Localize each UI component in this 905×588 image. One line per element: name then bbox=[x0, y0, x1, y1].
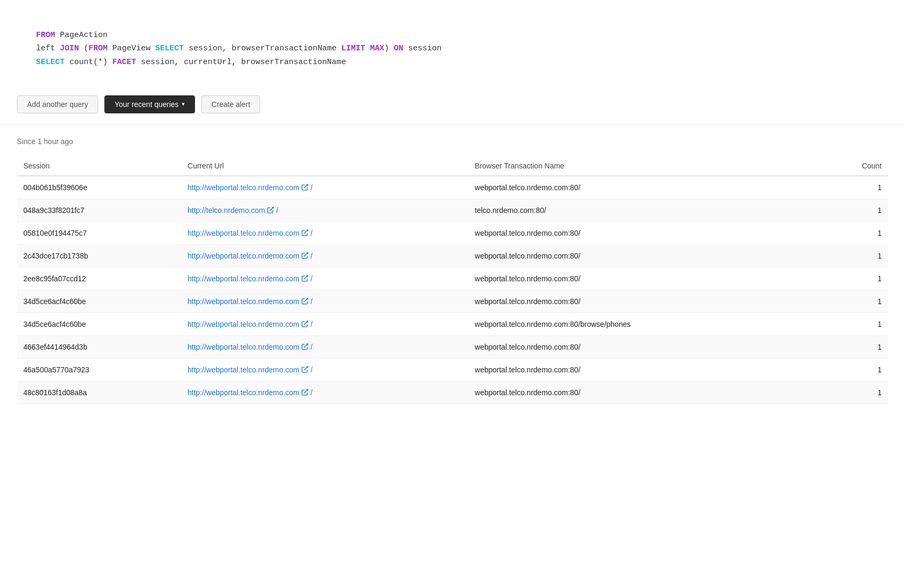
cell-session: 004b061b5f39606e bbox=[17, 176, 181, 199]
table-header: Session Current Url Browser Transaction … bbox=[17, 156, 888, 176]
url-link[interactable]: http://webportal.telco.nrdemo.com / bbox=[188, 183, 462, 192]
create-alert-button[interactable]: Create alert bbox=[201, 95, 260, 113]
cell-session: 2c43dce17cb1738b bbox=[17, 244, 181, 267]
cell-count: 1 bbox=[820, 244, 888, 267]
add-query-label: Add another query bbox=[27, 100, 88, 109]
col-transaction: Browser Transaction Name bbox=[468, 156, 820, 176]
url-link[interactable]: http://webportal.telco.nrdemo.com / bbox=[188, 229, 462, 237]
cell-url: http://webportal.telco.nrdemo.com / bbox=[181, 381, 468, 404]
kw-select-1: SELECT bbox=[36, 58, 65, 67]
cell-transaction: webportal.telco.nrdemo.com:80/ bbox=[468, 381, 820, 404]
cell-session: 05810e0f194475c7 bbox=[17, 221, 181, 244]
cell-url: http://webportal.telco.nrdemo.com / bbox=[181, 221, 468, 244]
cell-count: 1 bbox=[820, 199, 888, 221]
cell-transaction: webportal.telco.nrdemo.com:80/ bbox=[468, 221, 820, 244]
results-section: Since 1 hour ago Session Current Url Bro… bbox=[0, 124, 905, 421]
external-link-icon bbox=[301, 366, 308, 373]
cell-count: 1 bbox=[820, 267, 888, 290]
cell-transaction: webportal.telco.nrdemo.com:80/ bbox=[468, 267, 820, 290]
cell-count: 1 bbox=[820, 313, 888, 335]
url-link[interactable]: http://webportal.telco.nrdemo.com / bbox=[188, 252, 462, 260]
kw-limit: LIMIT bbox=[341, 44, 365, 53]
cell-session: 048a9c33f8201fc7 bbox=[17, 199, 181, 221]
cell-url: http://webportal.telco.nrdemo.com / bbox=[181, 313, 468, 335]
col-url: Current Url bbox=[181, 156, 468, 176]
query-line2-session: session bbox=[403, 44, 441, 53]
external-link-icon bbox=[301, 184, 308, 191]
kw-select-2: SELECT bbox=[155, 44, 184, 53]
url-link[interactable]: http://telco.nrdemo.com / bbox=[188, 206, 462, 215]
cell-url: http://webportal.telco.nrdemo.com / bbox=[181, 244, 468, 267]
url-link[interactable]: http://webportal.telco.nrdemo.com / bbox=[188, 343, 462, 351]
url-link[interactable]: http://webportal.telco.nrdemo.com / bbox=[188, 388, 462, 397]
cell-count: 1 bbox=[820, 176, 888, 199]
cell-count: 1 bbox=[820, 381, 888, 404]
url-link[interactable]: http://webportal.telco.nrdemo.com / bbox=[188, 274, 462, 283]
header-row: Session Current Url Browser Transaction … bbox=[17, 156, 888, 176]
external-link-icon bbox=[301, 229, 308, 236]
table-row: 34d5ce6acf4c60behttp://webportal.telco.n… bbox=[17, 290, 888, 313]
recent-queries-button[interactable]: Your recent queries ▾ bbox=[104, 95, 195, 113]
cell-transaction: telco.nrdemo.com:80/ bbox=[468, 199, 820, 221]
external-link-icon bbox=[301, 389, 308, 396]
url-link[interactable]: http://webportal.telco.nrdemo.com / bbox=[188, 320, 462, 328]
query-line2-close: ) bbox=[384, 44, 394, 53]
cell-transaction: webportal.telco.nrdemo.com:80/ bbox=[468, 176, 820, 199]
kw-max: MAX bbox=[370, 44, 384, 53]
query-editor[interactable]: FROM PageAction left JOIN (FROM PageView… bbox=[17, 15, 888, 83]
create-alert-label: Create alert bbox=[211, 100, 250, 109]
results-table: Session Current Url Browser Transaction … bbox=[17, 156, 888, 404]
since-label: Since 1 hour ago bbox=[17, 137, 888, 146]
cell-count: 1 bbox=[820, 221, 888, 244]
kw-from-1: FROM bbox=[36, 31, 55, 40]
kw-on: ON bbox=[394, 44, 403, 53]
table-row: 34d5ce6acf4c60behttp://webportal.telco.n… bbox=[17, 313, 888, 335]
kw-join: JOIN bbox=[60, 44, 79, 53]
url-link[interactable]: http://webportal.telco.nrdemo.com / bbox=[188, 366, 462, 374]
cell-transaction: webportal.telco.nrdemo.com:80/ bbox=[468, 244, 820, 267]
table-row: 4663ef4414964d3bhttp://webportal.telco.n… bbox=[17, 335, 888, 358]
cell-session: 4663ef4414964d3b bbox=[17, 335, 181, 358]
cell-count: 1 bbox=[820, 290, 888, 313]
query-section: FROM PageAction left JOIN (FROM PageView… bbox=[0, 0, 905, 124]
table-row: 2ee8c95fa07ccd12http://webportal.telco.n… bbox=[17, 267, 888, 290]
cell-session: 48c80163f1d08a8a bbox=[17, 381, 181, 404]
table-row: 2c43dce17cb1738bhttp://webportal.telco.n… bbox=[17, 244, 888, 267]
url-link[interactable]: http://webportal.telco.nrdemo.com / bbox=[188, 297, 462, 306]
table-row: 048a9c33f8201fc7http://telco.nrdemo.com … bbox=[17, 199, 888, 221]
cell-session: 46a500a5770a7923 bbox=[17, 358, 181, 381]
cell-url: http://telco.nrdemo.com / bbox=[181, 199, 468, 221]
cell-transaction: webportal.telco.nrdemo.com:80/ bbox=[468, 335, 820, 358]
query-line3-facets: session, currentUrl, browserTransactionN… bbox=[136, 58, 346, 67]
query-line2-paren: ( bbox=[79, 44, 88, 53]
table-row: 05810e0f194475c7http://webportal.telco.n… bbox=[17, 221, 888, 244]
cell-count: 1 bbox=[820, 335, 888, 358]
kw-facet: FACET bbox=[112, 58, 136, 67]
cell-url: http://webportal.telco.nrdemo.com / bbox=[181, 176, 468, 199]
table-row: 48c80163f1d08a8ahttp://webportal.telco.n… bbox=[17, 381, 888, 404]
cell-transaction: webportal.telco.nrdemo.com:80/ bbox=[468, 290, 820, 313]
external-link-icon bbox=[301, 275, 308, 282]
kw-from-2: FROM bbox=[88, 44, 108, 53]
external-link-icon bbox=[301, 320, 308, 327]
query-line1-text: PageAction bbox=[55, 31, 108, 40]
kw-left: left bbox=[36, 44, 55, 53]
cell-url: http://webportal.telco.nrdemo.com / bbox=[181, 267, 468, 290]
cell-session: 2ee8c95fa07ccd12 bbox=[17, 267, 181, 290]
cell-count: 1 bbox=[820, 358, 888, 381]
chevron-down-icon: ▾ bbox=[182, 101, 185, 108]
recent-queries-label: Your recent queries bbox=[114, 100, 179, 109]
add-query-button[interactable]: Add another query bbox=[17, 95, 98, 113]
query-line2-fields: session, browserTransactionName bbox=[184, 44, 341, 53]
col-session: Session bbox=[17, 156, 181, 176]
external-link-icon bbox=[301, 343, 308, 350]
cell-session: 34d5ce6acf4c60be bbox=[17, 313, 181, 335]
cell-session: 34d5ce6acf4c60be bbox=[17, 290, 181, 313]
table-row: 004b061b5f39606ehttp://webportal.telco.n… bbox=[17, 176, 888, 199]
table-row: 46a500a5770a7923http://webportal.telco.n… bbox=[17, 358, 888, 381]
cell-url: http://webportal.telco.nrdemo.com / bbox=[181, 290, 468, 313]
external-link-icon bbox=[267, 207, 274, 213]
cell-url: http://webportal.telco.nrdemo.com / bbox=[181, 358, 468, 381]
col-count: Count bbox=[820, 156, 888, 176]
query-line3-count: count(*) bbox=[65, 58, 112, 67]
